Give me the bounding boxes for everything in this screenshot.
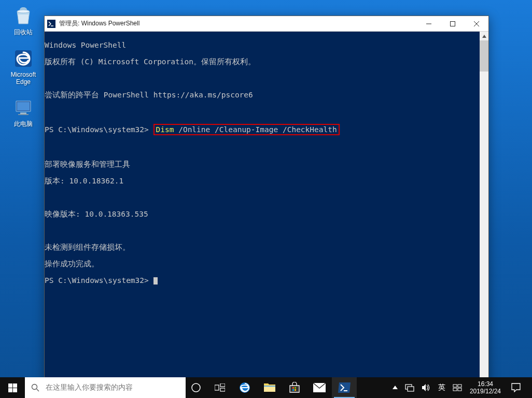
term-line bbox=[45, 226, 480, 235]
prompt: PS C:\Windows\system32> bbox=[45, 125, 153, 134]
svg-rect-14 bbox=[13, 388, 17, 392]
term-line: 版权所有 (C) Microsoft Corporation。保留所有权利。 bbox=[45, 58, 480, 66]
scroll-up-button[interactable] bbox=[480, 32, 488, 40]
scroll-thumb[interactable] bbox=[480, 40, 488, 72]
term-line bbox=[45, 74, 480, 82]
terminal-scrollbar[interactable] bbox=[480, 32, 488, 383]
taskbar-apps bbox=[207, 377, 357, 398]
taskbar-explorer[interactable] bbox=[257, 377, 282, 398]
titlebar[interactable]: 管理员: Windows PowerShell bbox=[45, 16, 488, 32]
cortana-mic[interactable] bbox=[186, 377, 206, 398]
command-highlight: Dism /Online /Cleanup-Image /CheckHealth bbox=[153, 124, 340, 135]
svg-rect-12 bbox=[13, 383, 17, 388]
svg-rect-27 bbox=[295, 389, 296, 391]
term-line: 映像版本: 10.0.18363.535 bbox=[45, 210, 480, 218]
svg-line-16 bbox=[37, 389, 39, 392]
term-line-prompt: PS C:\Windows\system32> bbox=[45, 276, 480, 285]
svg-rect-24 bbox=[292, 387, 294, 389]
svg-rect-33 bbox=[453, 388, 457, 391]
edge-label: Microsoft Edge bbox=[4, 71, 43, 86]
tray-network-icon[interactable] bbox=[401, 377, 418, 398]
search-placeholder: 在这里输入你要搜索的内容 bbox=[46, 383, 186, 392]
cmd-args: /Online /Cleanup-Image /CheckHealth bbox=[174, 125, 337, 134]
action-center-button[interactable] bbox=[505, 383, 527, 392]
svg-rect-31 bbox=[453, 385, 457, 387]
clock-date: 2019/12/24 bbox=[470, 388, 501, 395]
prompt: PS C:\Windows\system32> bbox=[45, 276, 153, 285]
tray-volume-icon[interactable] bbox=[418, 377, 435, 398]
term-line: 尝试新的跨平台 PowerShell https://aka.ms/pscore… bbox=[45, 91, 480, 99]
svg-rect-11 bbox=[8, 383, 12, 388]
svg-rect-26 bbox=[292, 389, 294, 391]
tray-ime[interactable]: 英 bbox=[435, 377, 449, 398]
terminal-body: Windows PowerShell 版权所有 (C) Microsoft Co… bbox=[45, 32, 488, 383]
term-line: 部署映像服务和管理工具 bbox=[45, 160, 480, 168]
svg-rect-32 bbox=[458, 385, 461, 387]
taskbar-clock[interactable]: 16:34 2019/12/24 bbox=[466, 380, 505, 395]
svg-point-0 bbox=[17, 10, 30, 13]
this-pc-icon bbox=[12, 96, 35, 119]
scroll-track[interactable] bbox=[480, 72, 488, 374]
cmd-dism: Dism bbox=[156, 125, 174, 134]
recycle-bin-label: 回收站 bbox=[14, 28, 33, 37]
window-title: 管理员: Windows PowerShell bbox=[58, 19, 417, 28]
taskbar-powershell[interactable] bbox=[332, 377, 357, 398]
cursor bbox=[153, 277, 158, 285]
close-button[interactable] bbox=[465, 16, 488, 32]
minimize-button[interactable] bbox=[417, 16, 441, 32]
search-icon bbox=[25, 383, 46, 392]
svg-rect-30 bbox=[408, 387, 414, 391]
svg-point-15 bbox=[32, 385, 37, 390]
term-line-cmd: PS C:\Windows\system32> Dism /Online /Cl… bbox=[45, 124, 480, 135]
term-line bbox=[45, 144, 480, 152]
system-tray: 英 16:34 2019/12/24 bbox=[389, 377, 532, 398]
desktop-icons: 回收站 Microsoft Edge 此电脑 bbox=[4, 4, 43, 129]
svg-rect-25 bbox=[295, 387, 296, 389]
maximize-button[interactable] bbox=[441, 16, 465, 32]
this-pc[interactable]: 此电脑 bbox=[4, 96, 43, 129]
svg-rect-34 bbox=[458, 388, 461, 391]
term-line bbox=[45, 193, 480, 202]
search-box[interactable]: 在这里输入你要搜索的内容 bbox=[25, 377, 186, 398]
svg-rect-13 bbox=[8, 388, 12, 392]
edge-icon bbox=[12, 47, 35, 70]
powershell-titlebar-icon bbox=[45, 20, 58, 28]
term-line: 操作成功完成。 bbox=[45, 260, 480, 268]
term-line: 未检测到组件存储损坏。 bbox=[45, 243, 480, 251]
ime-label: 英 bbox=[438, 383, 445, 392]
powershell-window: 管理员: Windows PowerShell Windows PowerShe… bbox=[44, 16, 489, 383]
svg-rect-4 bbox=[20, 112, 26, 114]
window-controls bbox=[417, 16, 488, 32]
svg-rect-8 bbox=[451, 21, 455, 26]
svg-rect-18 bbox=[215, 385, 219, 390]
this-pc-label: 此电脑 bbox=[14, 120, 33, 129]
recycle-bin-icon bbox=[12, 4, 35, 27]
microsoft-edge[interactable]: Microsoft Edge bbox=[4, 47, 43, 86]
term-line: Windows PowerShell bbox=[45, 41, 480, 49]
terminal-output[interactable]: Windows PowerShell 版权所有 (C) Microsoft Co… bbox=[45, 32, 480, 383]
svg-rect-5 bbox=[18, 114, 29, 115]
term-line: 版本: 10.0.18362.1 bbox=[45, 177, 480, 185]
tray-overflow[interactable] bbox=[389, 377, 401, 398]
taskbar-mail[interactable] bbox=[307, 377, 332, 398]
svg-rect-20 bbox=[220, 388, 225, 391]
term-line bbox=[45, 107, 480, 116]
clock-time: 16:34 bbox=[478, 380, 493, 388]
task-view-button[interactable] bbox=[207, 377, 232, 398]
start-button[interactable] bbox=[0, 377, 25, 398]
svg-rect-23 bbox=[264, 386, 275, 387]
desktop: 回收站 Microsoft Edge 此电脑 bbox=[0, 0, 532, 398]
taskbar: 在这里输入你要搜索的内容 bbox=[0, 377, 532, 398]
svg-rect-3 bbox=[17, 102, 30, 110]
taskbar-store[interactable] bbox=[282, 377, 307, 398]
svg-point-17 bbox=[192, 383, 200, 392]
svg-rect-19 bbox=[220, 383, 225, 387]
recycle-bin[interactable]: 回收站 bbox=[4, 4, 43, 37]
tray-ime-keyboard-icon[interactable] bbox=[449, 377, 466, 398]
taskbar-edge[interactable] bbox=[232, 377, 257, 398]
